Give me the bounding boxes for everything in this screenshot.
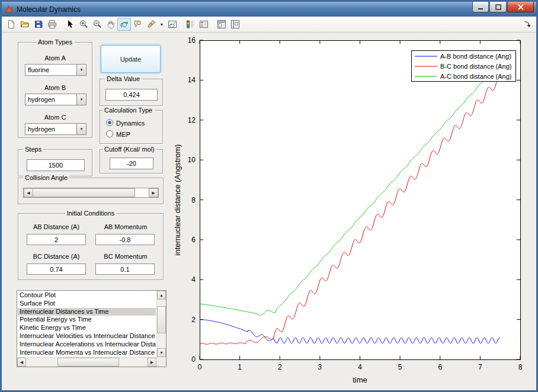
scrollbar-corner	[156, 357, 166, 367]
save-figure-button[interactable]	[31, 18, 45, 31]
legend-entry-label: A-C bond distance (Ang)	[440, 73, 511, 80]
atom-b-value: hydrogen	[25, 94, 76, 105]
plot-axes[interactable]: 0123456780246810121416timeinternuclear d…	[172, 34, 533, 390]
app-icon	[5, 5, 14, 14]
list-item[interactable]: Internuclear Accelerations vs Internucle…	[18, 340, 156, 349]
slider-track[interactable]	[135, 188, 149, 197]
edit-plot-button[interactable]	[63, 18, 76, 31]
plot-area[interactable]	[200, 40, 520, 359]
list-item[interactable]: Surface Plot	[18, 300, 156, 308]
vertical-scroll-thumb[interactable]	[157, 306, 166, 333]
print-figure-button[interactable]	[45, 18, 59, 31]
slider-thumb[interactable]	[33, 188, 135, 197]
zoom-out-button[interactable]	[90, 18, 104, 31]
atom-c-label: Atom C	[18, 114, 92, 121]
rotate-3d-button[interactable]	[117, 18, 131, 31]
x-tick-label: 3	[318, 363, 322, 371]
window-title: Molecular Dynamics	[17, 5, 81, 14]
delta-value-input[interactable]	[105, 89, 158, 101]
x-tick-label: 4	[358, 363, 362, 371]
panel-title: Initial Conditions	[65, 210, 117, 217]
insert-legend-button[interactable]	[197, 18, 210, 31]
collision-angle-panel: Collision Angle ◀ ▶	[18, 178, 164, 204]
link-plot-button[interactable]	[165, 18, 179, 31]
ab-momentum-label: AB Momentum	[94, 223, 157, 230]
x-tick-label: 8	[518, 363, 523, 371]
scroll-down-button[interactable]: ▼	[157, 348, 166, 357]
plot-type-listbox[interactable]: Contour PlotSurface PlotInternuclear Dis…	[17, 290, 166, 367]
slider-left-arrow[interactable]: ◀	[24, 188, 33, 197]
close-button[interactable]	[507, 2, 534, 12]
steps-input[interactable]	[27, 159, 85, 171]
listbox-vertical-scrollbar[interactable]: ▲ ▼	[156, 291, 166, 357]
panel-title: Atom Types	[36, 38, 74, 46]
brush-dropdown-button[interactable]: ▼	[158, 18, 165, 31]
show-plot-tools-button[interactable]	[228, 18, 242, 31]
list-item[interactable]: Contour Plot	[18, 291, 156, 300]
panel-title: Collision Angle	[23, 174, 69, 181]
figure-content: Atom Types Atom A fluorine ▼ Atom B hydr…	[2, 33, 536, 390]
list-item[interactable]: Internuclear Distances vs Time	[18, 308, 156, 316]
panel-title: Delta Value	[105, 75, 142, 82]
chevron-down-icon[interactable]: ▼	[76, 65, 86, 75]
pan-button[interactable]	[104, 18, 117, 31]
toolbar-separator	[181, 19, 181, 30]
scroll-up-button[interactable]: ▲	[157, 291, 166, 300]
brush-data-button[interactable]	[145, 18, 158, 31]
x-tick-label: 2	[278, 363, 282, 371]
listbox-horizontal-scrollbar[interactable]: ◀ ▶	[17, 357, 156, 367]
hide-plot-tools-button[interactable]	[214, 18, 228, 31]
minimize-button[interactable]	[472, 2, 489, 12]
atom-a-dropdown[interactable]: fluorine ▼	[25, 64, 87, 76]
data-cursor-button[interactable]	[131, 18, 145, 31]
atom-a-label: Atom A	[18, 54, 92, 62]
legend-entry-label: A-B bond distance (Ang)	[440, 53, 511, 60]
scroll-left-button[interactable]: ◀	[17, 358, 26, 367]
dock-figure-button[interactable]	[520, 18, 534, 31]
horizontal-scroll-thumb[interactable]	[57, 358, 119, 367]
chevron-down-icon[interactable]: ▼	[76, 94, 86, 105]
y-tick-label: 2	[191, 316, 196, 324]
y-tick-label: 10	[188, 156, 196, 164]
list-item[interactable]: Potential Energy vs Time	[18, 316, 156, 324]
x-tick-label: 6	[438, 363, 442, 371]
atom-types-panel: Atom Types Atom A fluorine ▼ Atom B hydr…	[18, 42, 92, 138]
y-axis-label: internuclear distance (Angstrom)	[173, 144, 182, 256]
panel-title: Cutoff (Kcal/ mol)	[103, 146, 156, 153]
toolbar: ▼	[2, 17, 536, 33]
list-item[interactable]: Internuclear Velocities vs Internuclear …	[18, 332, 156, 340]
mep-radio[interactable]	[106, 130, 113, 137]
list-item[interactable]: Kinetic Energy vs Time	[18, 324, 156, 332]
slider-right-arrow[interactable]: ▶	[149, 188, 158, 197]
collision-angle-slider[interactable]: ◀ ▶	[23, 188, 159, 198]
panel-title: Steps	[23, 146, 43, 153]
titlebar[interactable]: Molecular Dynamics	[2, 2, 536, 17]
toolbar-separator	[212, 19, 213, 30]
maximize-button[interactable]	[489, 2, 507, 12]
y-tick-label: 0	[191, 355, 196, 364]
bc-distance-input[interactable]	[27, 264, 86, 275]
atom-a-value: fluorine	[25, 65, 76, 75]
scroll-right-button[interactable]: ▶	[148, 358, 156, 367]
new-file-button[interactable]	[4, 18, 18, 31]
insert-colorbar-button[interactable]	[183, 18, 197, 31]
update-button[interactable]: Update	[101, 45, 161, 73]
atom-c-dropdown[interactable]: hydrogen ▼	[25, 123, 87, 135]
mep-radio-label: MEP	[116, 131, 130, 138]
ab-distance-input[interactable]	[27, 234, 86, 245]
y-tick-label: 14	[188, 76, 196, 84]
atom-b-dropdown[interactable]: hydrogen ▼	[25, 94, 87, 105]
chevron-down-icon[interactable]: ▼	[76, 124, 86, 134]
legend-entry-label: B-C bond distance (Ang)	[440, 63, 511, 70]
bc-momentum-input[interactable]	[95, 264, 155, 275]
x-tick-label: 5	[398, 363, 402, 371]
zoom-in-button[interactable]	[76, 18, 90, 31]
x-tick-label: 0	[198, 363, 202, 371]
list-item[interactable]: Internuclear Momenta vs Internuclear Dis…	[18, 349, 156, 356]
open-file-button[interactable]	[18, 18, 31, 31]
y-tick-label: 4	[191, 275, 196, 284]
dynamics-radio[interactable]	[106, 119, 113, 126]
ab-momentum-input[interactable]	[95, 234, 155, 245]
cutoff-input[interactable]	[110, 158, 153, 169]
y-tick-label: 16	[188, 36, 196, 44]
